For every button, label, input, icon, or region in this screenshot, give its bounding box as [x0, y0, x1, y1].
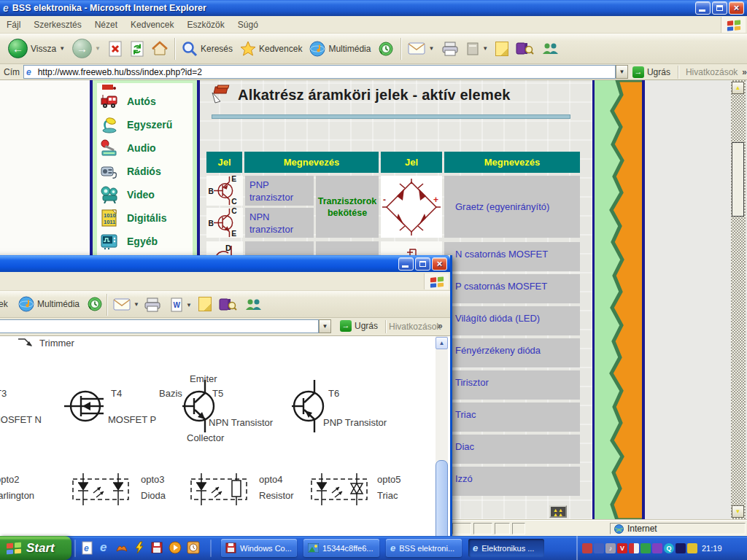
- popup-media-button[interactable]: Multimédia: [15, 295, 83, 314]
- tray-clock[interactable]: 21:19: [702, 544, 722, 553]
- table-link-pnp[interactable]: PNP tranzisztor: [245, 176, 314, 206]
- back-dropdown-icon[interactable]: ▼: [59, 45, 65, 52]
- tray-tools-icon[interactable]: [687, 543, 697, 553]
- tray-antivirus-icon[interactable]: V: [617, 543, 627, 553]
- menu-help[interactable]: Súgó: [231, 18, 265, 32]
- search-button[interactable]: Keresés: [178, 39, 236, 58]
- tray-app-icon[interactable]: [676, 543, 686, 553]
- taskbutton-bss-elektronika[interactable]: e BSS elektroni...: [386, 539, 462, 557]
- links-chevron[interactable]: »: [742, 67, 747, 77]
- taskbutton-elektronikus-active[interactable]: e Elektronikus ...: [468, 539, 544, 557]
- scroll-down-button[interactable]: ▼: [732, 505, 744, 518]
- tray-update-icon[interactable]: [652, 543, 662, 553]
- table-link-pmosfet[interactable]: P csatornás MOSFET: [444, 274, 580, 303]
- refresh-button[interactable]: [126, 39, 148, 58]
- popup-mail-button[interactable]: ▼: [109, 297, 143, 312]
- sidebar-item-audio[interactable]: Audio: [100, 136, 190, 160]
- popup-scrollbar[interactable]: ▲: [436, 336, 448, 560]
- menu-view[interactable]: Nézet: [88, 18, 124, 32]
- address-dropdown-button[interactable]: ▼: [616, 65, 628, 79]
- page-scrollbar[interactable]: ▲ ▼: [731, 80, 746, 520]
- edit-dropdown-icon[interactable]: ▼: [482, 45, 488, 52]
- table-link-nmosfet[interactable]: N csatornás MOSFET: [444, 242, 580, 271]
- menu-file[interactable]: Fájl: [0, 18, 27, 32]
- history-button[interactable]: [374, 39, 398, 58]
- forward-dropdown-icon[interactable]: ▼: [95, 45, 101, 52]
- taskbutton-windows-commander[interactable]: Windows Co...: [221, 539, 297, 557]
- popup-mail-dropdown-icon[interactable]: ▼: [133, 301, 139, 308]
- tray-volume-icon[interactable]: ♪: [605, 543, 616, 553]
- quicklaunch-disk-icon[interactable]: [151, 542, 163, 553]
- popup-titlebar[interactable]: ×: [0, 255, 450, 272]
- menu-favorites[interactable]: Kedvencek: [124, 18, 180, 32]
- minimize-button[interactable]: [695, 1, 711, 15]
- tray-shield-icon[interactable]: [629, 543, 639, 553]
- sidebar-item-autos[interactable]: Autós: [100, 90, 190, 113]
- table-link-diac[interactable]: Diac: [444, 435, 580, 464]
- research-button[interactable]: [512, 39, 538, 58]
- sidebar-item-egyszeru[interactable]: Egyszerű: [100, 113, 190, 136]
- forward-button[interactable]: → ▼: [69, 37, 104, 60]
- popup-edit-dropdown-icon[interactable]: ▼: [186, 302, 192, 308]
- popup-max-button[interactable]: [415, 257, 430, 271]
- back-button[interactable]: ← Vissza ▼: [4, 37, 69, 60]
- restore-button[interactable]: [712, 1, 727, 15]
- mail-dropdown-icon[interactable]: ▼: [428, 45, 434, 52]
- quicklaunch-ie-doc-icon[interactable]: e: [82, 541, 94, 555]
- table-link-tirisztor[interactable]: Tirisztor: [444, 370, 580, 400]
- menu-tools[interactable]: Eszközök: [180, 18, 231, 32]
- quicklaunch-mediaplayer-icon[interactable]: [169, 541, 182, 554]
- table-link-triac[interactable]: Triac: [444, 402, 580, 432]
- table-link-fotodioda[interactable]: Fényérzékeny dióda: [444, 338, 580, 368]
- discuss-button[interactable]: [492, 40, 512, 58]
- back-to-top-icon[interactable]: ▲▲▲▲: [549, 505, 567, 518]
- sidebar-item-video[interactable]: Video: [100, 183, 190, 206]
- go-button[interactable]: → Ugrás: [628, 66, 675, 78]
- print-button[interactable]: [438, 40, 462, 58]
- menu-edit[interactable]: Szerkesztés: [27, 18, 88, 32]
- popup-close-button[interactable]: ×: [432, 257, 447, 271]
- table-link-izzo[interactable]: Izzó: [444, 467, 580, 496]
- note-icon[interactable]: [198, 297, 212, 311]
- popup-address-dropdown[interactable]: ▼: [319, 319, 331, 333]
- popup-history-button[interactable]: [83, 295, 107, 314]
- mail-button[interactable]: ▼: [404, 41, 438, 56]
- home-button[interactable]: [148, 39, 171, 58]
- popup-print-button[interactable]: [140, 296, 165, 314]
- popup-address-input[interactable]: [0, 319, 319, 333]
- tray-display-icon[interactable]: [640, 543, 651, 553]
- tray-quicktime-icon[interactable]: Q: [664, 543, 674, 553]
- quicklaunch-ie-icon[interactable]: e: [100, 540, 107, 555]
- table-link-led[interactable]: Világító dióda (LED): [444, 306, 580, 335]
- popup-messenger-button[interactable]: [244, 298, 263, 311]
- popup-links-chevron[interactable]: »: [438, 321, 443, 331]
- sidebar-item-egyeb[interactable]: Egyéb: [100, 230, 190, 253]
- tray-network-icon[interactable]: [594, 543, 604, 553]
- popup-go-button[interactable]: → Ugrás: [336, 320, 382, 332]
- taskbutton-image-file[interactable]: 15344c8ffe6...: [303, 539, 379, 557]
- sidebar-item-digitalis[interactable]: 10101011 Digitális: [100, 206, 190, 230]
- messenger-button[interactable]: [538, 41, 563, 57]
- media-button[interactable]: Multimédia: [306, 39, 374, 58]
- table-link-npn[interactable]: NPN tranzisztor: [245, 208, 314, 238]
- scroll-thumb[interactable]: [732, 142, 744, 217]
- links-label[interactable]: Hivatkozások: [681, 67, 742, 77]
- popup-min-button[interactable]: [398, 257, 414, 271]
- close-button[interactable]: ×: [729, 1, 744, 15]
- popup-scroll-up-button[interactable]: ▲: [436, 337, 448, 349]
- address-input[interactable]: e http://www.freeweb.hu/bss/index.php?id…: [23, 65, 616, 79]
- popup-links-label[interactable]: Hivatkozások: [389, 322, 441, 332]
- favorites-button[interactable]: Kedvencek: [236, 39, 306, 58]
- quicklaunch-scheduler-icon[interactable]: [187, 541, 200, 554]
- edit-button[interactable]: ▼: [462, 40, 492, 58]
- quicklaunch-msn-icon[interactable]: [115, 542, 128, 553]
- titlebar[interactable]: e BSS elektronika - Microsoft Internet E…: [0, 0, 747, 16]
- start-button[interactable]: Start: [0, 536, 71, 560]
- popup-research-button[interactable]: [219, 297, 237, 312]
- stop-button[interactable]: [104, 39, 126, 58]
- scroll-up-button[interactable]: ▲: [732, 82, 744, 94]
- quicklaunch-winamp-icon[interactable]: [133, 541, 145, 554]
- sidebar-item-radios[interactable]: Rádiós: [100, 160, 190, 183]
- popup-edit-word-button[interactable]: W ▼: [166, 296, 196, 314]
- tray-user-icon[interactable]: [582, 543, 592, 553]
